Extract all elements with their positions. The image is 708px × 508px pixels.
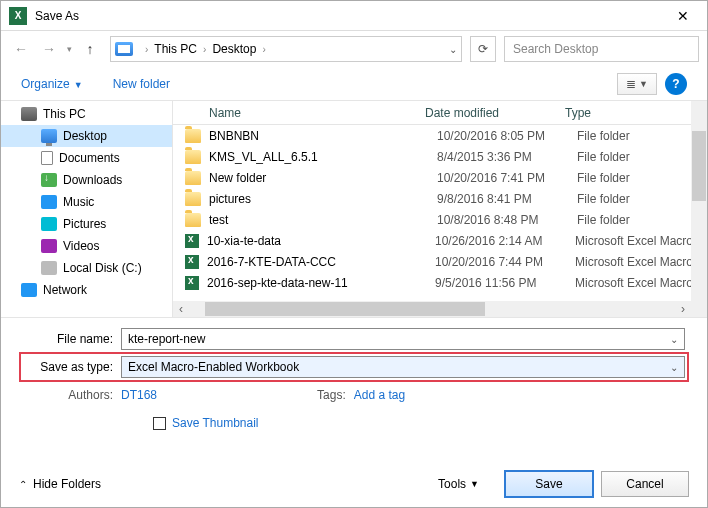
column-type[interactable]: Type	[565, 106, 707, 120]
save-button[interactable]: Save	[505, 471, 593, 497]
close-button[interactable]: ✕	[660, 2, 705, 30]
breadcrumb-item[interactable]: Desktop	[212, 42, 256, 56]
file-name: 10-xia-te-data	[207, 234, 435, 248]
title-bar: X Save As ✕	[1, 1, 707, 31]
file-row[interactable]: KMS_VL_ALL_6.5.18/4/2015 3:36 PMFile fol…	[173, 146, 707, 167]
file-row[interactable]: BNBNBN10/20/2016 8:05 PMFile folder	[173, 125, 707, 146]
file-name: pictures	[209, 192, 437, 206]
window-title: Save As	[35, 9, 660, 23]
folder-icon	[185, 150, 201, 164]
file-type: Microsoft Excel Macro-	[575, 276, 707, 290]
chevron-right-icon[interactable]: ›	[203, 44, 206, 55]
footer: ⌃ Hide Folders Tools ▼ Save Cancel	[1, 461, 707, 507]
file-date: 10/20/2016 8:05 PM	[437, 129, 577, 143]
excel-file-icon	[185, 255, 199, 269]
back-button[interactable]: ←	[9, 37, 33, 61]
search-input[interactable]: Search Desktop	[504, 36, 699, 62]
help-button[interactable]: ?	[665, 73, 687, 95]
sidebar: This PCDesktopDocumentsDownloadsMusicPic…	[1, 101, 173, 317]
filename-input[interactable]: kte-report-new ⌄	[121, 328, 685, 350]
sidebar-item-label: Downloads	[63, 173, 122, 187]
sidebar-item-local-disk-c-[interactable]: Local Disk (C:)	[1, 257, 172, 279]
authors-value[interactable]: DT168	[121, 388, 157, 402]
file-row[interactable]: 10-xia-te-data10/26/2016 2:14 AMMicrosof…	[173, 230, 707, 251]
column-name[interactable]: Name	[173, 106, 425, 120]
cancel-button[interactable]: Cancel	[601, 471, 689, 497]
refresh-button[interactable]: ⟳	[470, 36, 496, 62]
file-type: Microsoft Excel Macro-	[575, 234, 707, 248]
chevron-down-icon[interactable]: ⌄	[670, 362, 678, 373]
chevron-down-icon[interactable]: ⌄	[670, 334, 678, 345]
meta-row: Authors: DT168 Tags: Add a tag	[23, 388, 685, 402]
file-type: File folder	[577, 150, 707, 164]
column-date[interactable]: Date modified	[425, 106, 565, 120]
monitor-icon	[41, 129, 57, 143]
sidebar-item-label: Documents	[59, 151, 120, 165]
vertical-scrollbar[interactable]	[691, 101, 707, 317]
file-name: test	[209, 213, 437, 227]
tags-value[interactable]: Add a tag	[354, 388, 405, 402]
sidebar-item-pictures[interactable]: Pictures	[1, 213, 172, 235]
highlight-savetype: Save as type: Excel Macro-Enabled Workbo…	[19, 352, 689, 382]
excel-file-icon	[185, 276, 199, 290]
horizontal-scrollbar[interactable]: ‹ ›	[173, 301, 691, 317]
sidebar-item-downloads[interactable]: Downloads	[1, 169, 172, 191]
breadcrumb-dropdown[interactable]: ⌄	[449, 44, 457, 55]
main-area: This PCDesktopDocumentsDownloadsMusicPic…	[1, 101, 707, 317]
file-row[interactable]: New folder10/20/2016 7:41 PMFile folder	[173, 167, 707, 188]
sidebar-item-network[interactable]: Network	[1, 279, 172, 301]
file-type: File folder	[577, 192, 707, 206]
hide-folders-button[interactable]: ⌃ Hide Folders	[19, 477, 101, 491]
history-dropdown[interactable]: ▾	[65, 44, 74, 54]
save-thumbnail-checkbox[interactable]	[153, 417, 166, 430]
doc-icon	[41, 151, 53, 165]
folder-icon	[185, 129, 201, 143]
filename-label: File name:	[23, 332, 121, 346]
forward-button[interactable]: →	[37, 37, 61, 61]
sidebar-item-documents[interactable]: Documents	[1, 147, 172, 169]
scroll-left-icon[interactable]: ‹	[173, 302, 189, 316]
file-row[interactable]: test10/8/2016 8:48 PMFile folder	[173, 209, 707, 230]
search-placeholder: Search Desktop	[513, 42, 598, 56]
location-icon	[115, 42, 133, 56]
sidebar-item-label: Local Disk (C:)	[63, 261, 142, 275]
savetype-row: Save as type: Excel Macro-Enabled Workbo…	[23, 356, 685, 378]
file-name: BNBNBN	[209, 129, 437, 143]
up-button[interactable]: ↑	[78, 37, 102, 61]
file-row[interactable]: pictures9/8/2016 8:41 PMFile folder	[173, 188, 707, 209]
tools-menu[interactable]: Tools ▼	[438, 477, 479, 491]
view-options-button[interactable]: ≣ ▼	[617, 73, 657, 95]
scroll-thumb[interactable]	[205, 302, 485, 316]
savetype-select[interactable]: Excel Macro-Enabled Workbook ⌄	[121, 356, 685, 378]
scroll-thumb[interactable]	[692, 131, 706, 201]
music-icon	[41, 195, 57, 209]
excel-icon: X	[9, 7, 27, 25]
authors-label: Authors:	[23, 388, 121, 402]
save-thumbnail-label[interactable]: Save Thumbnail	[172, 416, 259, 430]
file-row[interactable]: 2016-7-KTE-DATA-CCC10/20/2016 7:44 PMMic…	[173, 251, 707, 272]
file-row[interactable]: 2016-sep-kte-data-new-119/5/2016 11:56 P…	[173, 272, 707, 293]
sidebar-item-this-pc[interactable]: This PC	[1, 103, 172, 125]
new-folder-button[interactable]: New folder	[113, 77, 170, 91]
sidebar-item-desktop[interactable]: Desktop	[1, 125, 172, 147]
file-name: 2016-sep-kte-data-new-11	[207, 276, 435, 290]
organize-menu[interactable]: Organize▼	[21, 77, 83, 91]
file-date: 9/8/2016 8:41 PM	[437, 192, 577, 206]
filename-row: File name: kte-report-new ⌄	[23, 328, 685, 350]
breadcrumb[interactable]: › This PC › Desktop › ⌄	[110, 36, 462, 62]
chevron-right-icon[interactable]: ›	[145, 44, 148, 55]
vid-icon	[41, 239, 57, 253]
sidebar-item-videos[interactable]: Videos	[1, 235, 172, 257]
chevron-right-icon[interactable]: ›	[262, 44, 265, 55]
net-icon	[21, 283, 37, 297]
file-pane: Name Date modified Type BNBNBN10/20/2016…	[173, 101, 707, 317]
file-type: File folder	[577, 213, 707, 227]
breadcrumb-item[interactable]: This PC	[154, 42, 197, 56]
scroll-right-icon[interactable]: ›	[675, 302, 691, 316]
sidebar-item-music[interactable]: Music	[1, 191, 172, 213]
file-name: New folder	[209, 171, 437, 185]
sidebar-item-label: Network	[43, 283, 87, 297]
file-list: BNBNBN10/20/2016 8:05 PMFile folderKMS_V…	[173, 125, 707, 293]
sidebar-item-label: Desktop	[63, 129, 107, 143]
file-name: 2016-7-KTE-DATA-CCC	[207, 255, 435, 269]
